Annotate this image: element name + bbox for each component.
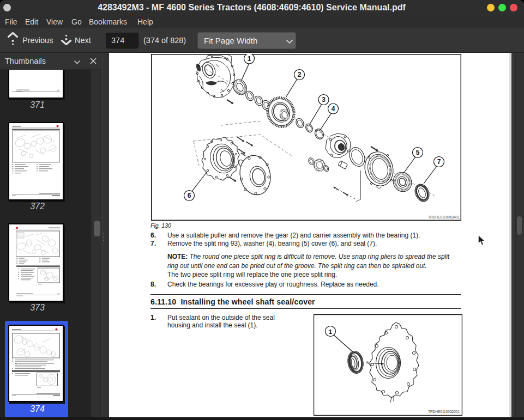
svg-text:1: 1 bbox=[248, 55, 251, 63]
svg-text:3: 3 bbox=[322, 96, 326, 104]
svg-text:4: 4 bbox=[332, 105, 335, 113]
svg-text:TRDHE0110063401: TRDHE0110063401 bbox=[428, 215, 460, 219]
svg-text:2: 2 bbox=[298, 71, 302, 78]
svg-text:1: 1 bbox=[329, 328, 333, 335]
svg-text:7: 7 bbox=[437, 158, 441, 166]
svg-text:6: 6 bbox=[188, 192, 191, 199]
svg-text:TRDHE0110052001: TRDHE0110052001 bbox=[428, 410, 460, 413]
svg-text:5: 5 bbox=[416, 149, 420, 156]
